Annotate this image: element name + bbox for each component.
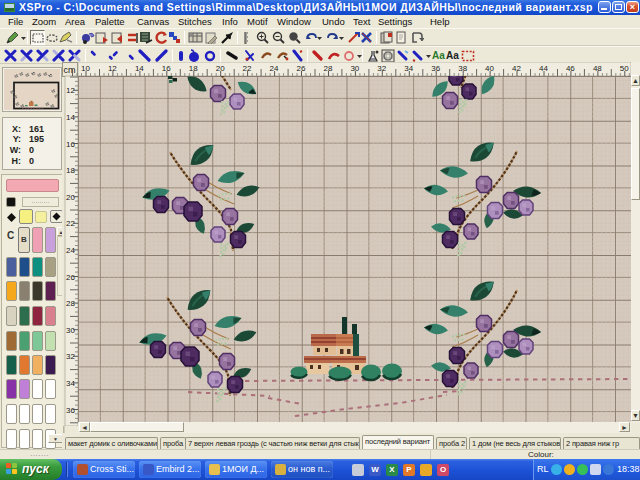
svg-text:cm: cm (64, 65, 76, 75)
